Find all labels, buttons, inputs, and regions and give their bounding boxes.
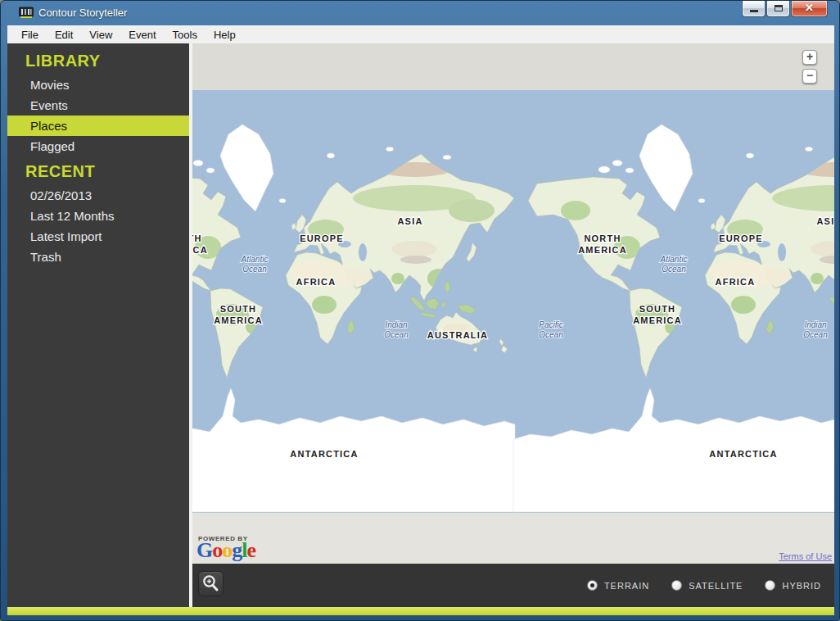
library-section-header: LIBRARY [7,46,189,75]
google-logo-letter: o [212,538,222,562]
zoom-tool-button[interactable] [198,571,224,596]
google-logo[interactable]: Google [196,538,255,563]
map-type-satellite[interactable]: SATELLITE [671,580,743,591]
google-logo-letter: o [222,538,232,562]
menu-help[interactable]: Help [205,27,244,43]
menu-view[interactable]: View [81,27,120,43]
sidebar-item-events[interactable]: Events [7,95,189,116]
recent-section-header: RECENT [7,156,189,185]
google-logo-letter: G [196,538,212,562]
close-icon: ✕ [792,2,827,14]
library-sidebar: LIBRARY Movies Events Places Flagged REC… [7,43,189,607]
menu-event[interactable]: Event [120,27,164,43]
sidebar-item-latestimport[interactable]: Latest Import [7,226,189,247]
satellite-label: SATELLITE [689,581,743,591]
minimize-button[interactable] [742,1,765,17]
world-map[interactable]: ASIA EUROPE AFRICA NORTH AMERICA SOUTH A… [192,90,834,513]
google-logo-letter: e [246,538,255,562]
sidebar-item-places[interactable]: Places [7,116,189,136]
sidebar-item-trash[interactable]: Trash [7,247,189,267]
hybrid-label: HYBRID [782,581,821,591]
close-button[interactable]: ✕ [791,1,828,17]
map-margin: + − [192,43,834,90]
magnifier-plus-icon [199,572,223,596]
map-type-selector: TERRAIN SATELLITE HYBRID [587,564,821,607]
sidebar-item-last12months[interactable]: Last 12 Months [7,206,189,226]
map-toolbar: TERRAIN SATELLITE HYBRID [192,564,834,607]
menu-edit[interactable]: Edit [47,27,81,43]
app-icon [19,7,34,19]
map-attribution: POWERED BY Google Terms of Use [192,513,834,564]
maximize-button[interactable] [766,1,790,17]
terms-of-use-link[interactable]: Terms of Use [779,551,832,561]
menu-file[interactable]: File [13,27,47,43]
window-title: Contour Storyteller [38,7,127,19]
hybrid-radio[interactable] [765,580,775,591]
app-window: Contour Storyteller ✕ File Edit View Eve… [0,0,840,621]
google-logo-letter: g [232,538,242,562]
maximize-icon [775,5,783,11]
satellite-radio[interactable] [671,580,682,591]
minimize-icon [750,10,758,12]
sidebar-item-movies[interactable]: Movies [7,75,189,95]
sidebar-item-flagged[interactable]: Flagged [7,136,189,156]
terrain-label: TERRAIN [604,581,649,591]
map-type-hybrid[interactable]: HYBRID [765,580,821,591]
map-type-terrain[interactable]: TERRAIN [587,580,649,591]
title-bar: Contour Storyteller ✕ [1,1,839,25]
menu-bar: File Edit View Event Tools Help [7,25,834,43]
terrain-radio[interactable] [587,580,598,591]
menu-tools[interactable]: Tools [165,27,205,43]
map-zoom-in-button[interactable]: + [802,50,817,65]
sidebar-item-date[interactable]: 02/26/2013 [7,185,189,206]
status-bar [7,607,834,615]
map-zoom-out-button[interactable]: − [802,69,817,84]
